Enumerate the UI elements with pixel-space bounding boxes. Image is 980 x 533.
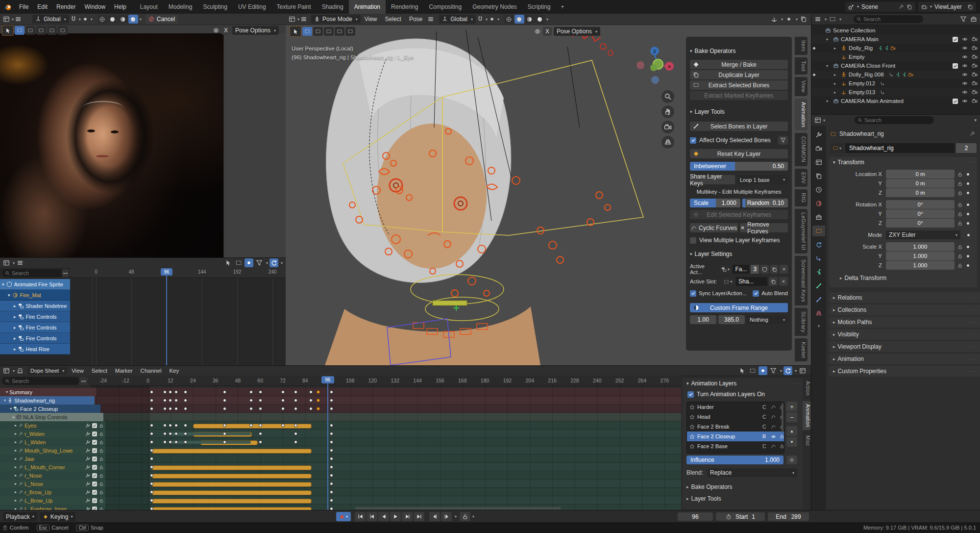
expand-arrow[interactable]: ▸ [14, 325, 16, 330]
fake-user-button[interactable] [760, 265, 769, 274]
list-scrollbar[interactable] [782, 403, 784, 432]
view-multiple-checkbox[interactable] [690, 237, 696, 244]
orientation-selector[interactable]: Global▾ [32, 15, 69, 24]
collapse-caret[interactable]: ▾ [690, 49, 692, 53]
edit-selected-keyframes-button[interactable]: Edit Selected Keyframes [690, 210, 788, 219]
lock-open-icon[interactable] [957, 172, 963, 177]
channel-enable-checkbox[interactable] [92, 457, 97, 461]
disable-render-icon[interactable] [972, 36, 978, 42]
expand-arrow[interactable]: ▸ [834, 46, 839, 51]
fire-row-1[interactable]: ▾Fire_Mat [0, 290, 77, 301]
menu-help[interactable]: Help [110, 0, 131, 14]
expand-arrow[interactable]: ▸ [15, 440, 17, 444]
channel-row-r_widen[interactable]: ▸r_Widen [0, 430, 105, 438]
channel-row-mouth_shrug_lowe[interactable]: ▸Mouth_Shrug_Lowe [0, 446, 105, 455]
extract-marked-keyframes-button[interactable]: Extract Marked Keyframes [690, 91, 788, 100]
sidebar-tab-view[interactable]: View [795, 77, 808, 96]
menu-view[interactable]: View [361, 16, 381, 23]
collapse-caret[interactable]: ▾ [690, 109, 692, 114]
expand-arrow[interactable]: ▾ [826, 64, 831, 68]
action-users-badge[interactable]: 3 [751, 265, 759, 274]
keyframe-dot[interactable] [249, 407, 253, 410]
shading-material-button[interactable] [118, 15, 128, 24]
menu-key[interactable]: Key [166, 368, 182, 374]
keyframe-dot[interactable] [163, 432, 167, 435]
keyframe-dot[interactable] [174, 390, 178, 394]
left-vp-select-mode-3[interactable] [47, 26, 57, 35]
channel-row-r_nose[interactable]: ▸r_Nose [0, 471, 105, 480]
fire-timeline[interactable]: 0489614419224096 [70, 268, 286, 366]
channel-enable-checkbox[interactable] [92, 448, 97, 453]
menu-view[interactable]: View [68, 368, 87, 374]
layer-row-face-2-base[interactable]: Face 2 BaseC [687, 441, 784, 451]
tab-collection[interactable] [812, 212, 825, 223]
channel-row-l_widen[interactable]: ▸L_Widen [0, 438, 105, 447]
move-layer-down-button[interactable]: ▼ [786, 437, 797, 447]
expand-arrow[interactable]: ▾ [2, 282, 4, 287]
disable-render-icon[interactable] [972, 72, 978, 77]
selectable-checkbox[interactable] [953, 63, 958, 69]
animate-dot[interactable] [967, 255, 969, 257]
sync-layer-checkbox[interactable] [690, 290, 696, 297]
keyframe-dot[interactable] [249, 390, 253, 394]
new-action-button[interactable] [770, 265, 779, 274]
active-action-field[interactable]: Fa... [733, 265, 749, 274]
dopesheet-tab-misc[interactable]: Misc [803, 432, 811, 449]
play-button[interactable] [390, 512, 401, 521]
channel-enable-checkbox[interactable] [92, 482, 97, 486]
lock-open-icon[interactable] [957, 244, 963, 250]
channel-row-face-2-closeup[interactable]: ▾Face 2 Closeup [0, 405, 100, 413]
menu-select[interactable]: Select [381, 16, 405, 23]
lock-open-icon[interactable] [957, 254, 963, 259]
outliner-row-dolly_rig-008[interactable]: ▸Dolly_Rig.008 [811, 70, 980, 79]
multikey-random-field[interactable]: Random0.10 [742, 199, 788, 207]
collapsed-panel-bake-operators[interactable]: ▸Bake Operators [686, 482, 797, 492]
blender-logo[interactable] [0, 0, 15, 14]
left-vp-select-mode-2[interactable] [36, 26, 46, 35]
disable-render-icon[interactable] [972, 63, 978, 69]
channel-row-eyes[interactable]: ▸Eyes [0, 421, 105, 430]
expand-arrow[interactable]: ▸ [15, 448, 17, 453]
remove-fcurves-button[interactable]: Remove Fcurves [740, 223, 788, 232]
sidebar-tab-animation[interactable]: Animation [795, 99, 808, 131]
channel-enable-checkbox[interactable] [92, 490, 97, 495]
dopesheet-tab-animation[interactable]: Animation [803, 401, 811, 430]
reset-key-layer-button[interactable]: Reset Key Layer [690, 149, 788, 158]
nav-hand-button[interactable] [662, 105, 674, 118]
dopesheet-mode-dropdown[interactable]: Dope Sheet▾ [27, 367, 67, 375]
nav-camera-view-button[interactable] [662, 121, 674, 133]
hide-viewport-icon[interactable] [962, 36, 968, 42]
playback-menu[interactable]: Playback▾ [3, 512, 37, 521]
range-end-field[interactable]: 385.0 [718, 315, 745, 324]
shading-wireframe-button[interactable] [98, 15, 107, 24]
tab-bone[interactable] [812, 280, 825, 291]
fire-playhead-flag[interactable]: 96 [161, 268, 172, 276]
keyframe-dot[interactable] [259, 424, 262, 427]
extract-selected-bones-button[interactable]: Extract Selected Bones [690, 80, 788, 90]
range-mode-dropdown[interactable]: Nothing▾ [747, 315, 788, 324]
keyframe-dot[interactable] [163, 440, 167, 444]
hide-viewport-icon[interactable] [962, 89, 968, 95]
influence-slider[interactable]: Influence1.000 [686, 456, 784, 464]
channel-row-l_mouth_corner[interactable]: ▸L_Mouth_Corner [0, 463, 105, 472]
h-scrollbar[interactable] [355, 507, 561, 509]
keyframe-dot[interactable] [281, 390, 285, 394]
keyframe-dot[interactable] [174, 432, 178, 435]
pin-button[interactable] [968, 129, 977, 138]
vp-select-mode-4[interactable] [345, 27, 355, 36]
outliner-row-empty-012[interactable]: ▸Empty.012 [811, 79, 980, 88]
channel-row-l_nose[interactable]: ▸L_Nose [0, 480, 105, 488]
record-button[interactable]: ▾ [336, 512, 351, 521]
shading-material-button[interactable] [525, 15, 535, 24]
current-frame-field[interactable]: 96 [678, 512, 713, 521]
animate-dot[interactable] [967, 182, 969, 185]
new-slot-button[interactable] [769, 277, 778, 286]
left-vp-pose-options-dropdown[interactable]: Pose Options▾ [232, 26, 279, 35]
keyframe-dot[interactable] [330, 499, 333, 502]
keyframe-dot[interactable] [281, 407, 285, 410]
next-keyframe-button[interactable] [402, 512, 413, 521]
expand-arrow[interactable]: ▾ [4, 398, 6, 403]
dopesheet-search-box[interactable]: Search [2, 377, 79, 385]
tab-data[interactable] [812, 267, 825, 278]
collapsed-panel-layer-tools[interactable]: ▸Layer Tools [686, 494, 797, 504]
